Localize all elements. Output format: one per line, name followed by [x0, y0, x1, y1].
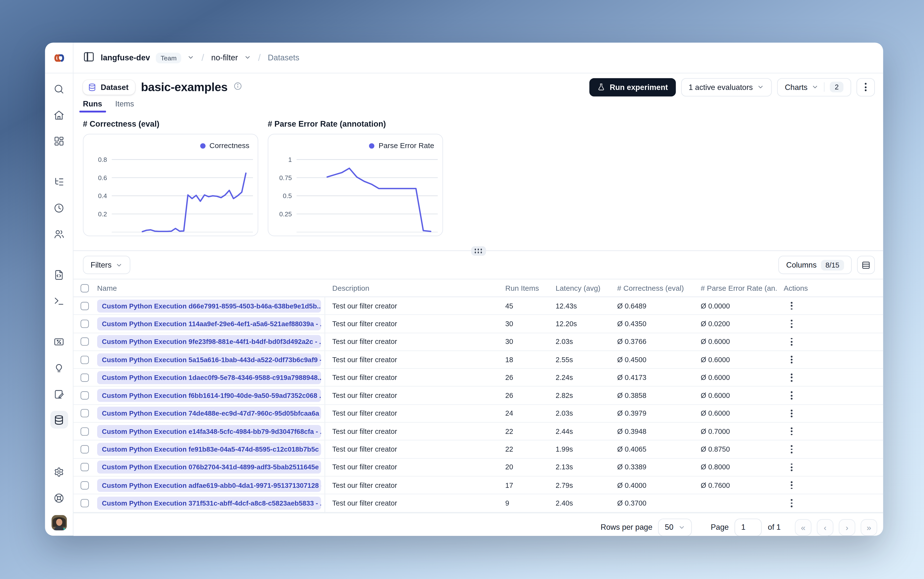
column-header-run-items[interactable]: Run Items [498, 284, 549, 292]
row-checkbox[interactable] [80, 463, 89, 471]
sidebar-item-sessions[interactable] [50, 199, 68, 217]
columns-button[interactable]: Columns 8/15 [778, 256, 852, 274]
run-latency-value: 2.03s [549, 409, 610, 418]
sidebar-item-annotation[interactable] [50, 385, 68, 402]
run-name-link[interactable]: Custom Python Execution e14fa348-5cfc-49… [97, 425, 321, 438]
row-checkbox[interactable] [80, 302, 89, 310]
page-number-input[interactable] [735, 518, 762, 536]
row-checkbox[interactable] [80, 445, 89, 454]
row-checkbox[interactable] [80, 427, 89, 436]
next-page-button[interactable]: › [839, 519, 855, 535]
active-evaluators-button[interactable]: 1 active evaluators [681, 78, 772, 96]
row-checkbox[interactable] [80, 355, 89, 364]
row-checkbox[interactable] [80, 409, 89, 418]
row-checkbox[interactable] [80, 337, 89, 346]
run-correctness-value: Ø 0.4173 [610, 373, 694, 382]
run-name-link[interactable]: Custom Python Execution 114aa9ef-29e6-4e… [97, 317, 321, 330]
row-actions-button[interactable] [791, 463, 792, 471]
run-description: Test our filter creator [325, 409, 498, 418]
rows-per-page-select[interactable]: 50 [658, 518, 692, 536]
run-name-link[interactable]: Custom Python Execution 076b2704-341d-48… [97, 461, 321, 474]
row-actions-button[interactable] [791, 338, 792, 346]
chevron-down-icon [812, 83, 819, 91]
charts-toggle-button[interactable]: Charts 2 [777, 78, 851, 96]
column-header-parse-error[interactable]: # Parse Error Rate (an... [693, 284, 777, 292]
row-actions-button[interactable] [791, 373, 792, 381]
run-name-link[interactable]: Custom Python Execution adfae619-abb0-4d… [97, 479, 321, 492]
table-row: Custom Python Execution 114aa9ef-29e6-4e… [74, 315, 883, 333]
table-row: Custom Python Execution 1daec0f9-5e78-43… [74, 369, 883, 387]
sidebar-item-tracing[interactable] [50, 173, 68, 191]
users-icon [53, 228, 65, 239]
run-name-link[interactable]: Custom Python Execution 9fe23f98-881e-44… [97, 335, 321, 348]
row-actions-button[interactable] [791, 356, 792, 364]
drag-handle[interactable] [471, 246, 486, 255]
tab-items[interactable]: Items [115, 100, 134, 113]
breadcrumb-section[interactable]: Datasets [268, 53, 299, 62]
breadcrumb-org[interactable]: langfuse-dev [101, 53, 150, 62]
panel-left-icon [83, 51, 95, 62]
row-actions-button[interactable] [791, 302, 792, 310]
run-parse-error-value: Ø 0.6000 [693, 355, 777, 364]
sidebar-item-search[interactable] [50, 80, 68, 98]
row-actions-button[interactable] [791, 499, 792, 507]
filters-button[interactable]: Filters [83, 256, 130, 274]
row-checkbox[interactable] [80, 391, 89, 400]
sidebar-item-home[interactable] [50, 106, 68, 124]
sidebar-toggle-button[interactable] [83, 51, 95, 65]
run-name-link[interactable]: Custom Python Execution fe91b83e-04a5-47… [97, 443, 321, 456]
run-latency-value: 2.55s [549, 355, 610, 364]
prev-page-button[interactable]: ‹ [817, 519, 833, 535]
row-actions-button[interactable] [791, 445, 792, 453]
kebab-icon [865, 83, 867, 91]
row-actions-button[interactable] [791, 391, 792, 399]
row-checkbox[interactable] [80, 481, 89, 489]
last-page-button[interactable]: » [861, 519, 877, 535]
column-header-name[interactable]: Name [90, 284, 325, 292]
run-name-link[interactable]: Custom Python Execution 5a15a616-1bab-44… [97, 353, 321, 366]
run-name-link[interactable]: Custom Python Execution 1daec0f9-5e78-43… [97, 371, 321, 384]
sidebar-item-evaluation[interactable] [50, 333, 68, 350]
run-name-link[interactable]: Custom Python Execution f6bb1614-1f90-40… [97, 389, 321, 402]
sidebar-item-insights[interactable] [50, 359, 68, 376]
row-actions-button[interactable] [791, 320, 792, 328]
project-switcher-chevron[interactable] [244, 52, 251, 63]
row-height-button[interactable] [857, 256, 875, 274]
column-header-actions: Actions [777, 284, 883, 292]
row-actions-button[interactable] [791, 427, 792, 435]
home-icon [53, 109, 65, 121]
pagination-bar: Rows per page 50 Page of 1 « ‹ › » [74, 512, 883, 536]
sidebar-item-dashboards[interactable] [50, 132, 68, 150]
sidebar-item-settings[interactable] [50, 463, 68, 481]
run-parse-error-value: Ø 0.7000 [693, 427, 777, 436]
tab-runs[interactable]: Runs [83, 100, 102, 113]
row-checkbox[interactable] [80, 499, 89, 507]
sidebar-item-playground[interactable] [50, 292, 68, 309]
run-name-link[interactable]: Custom Python Execution 74de488e-ec9d-47… [97, 407, 321, 420]
column-header-latency[interactable]: Latency (avg) [549, 284, 610, 292]
column-header-description[interactable]: Description [325, 284, 498, 292]
langfuse-logo[interactable] [45, 43, 73, 74]
first-page-button[interactable]: « [795, 519, 811, 535]
run-parse-error-value: Ø 0.8750 [693, 445, 777, 454]
row-checkbox[interactable] [80, 373, 89, 382]
column-header-correctness[interactable]: # Correctness (eval) [610, 284, 694, 292]
run-items-value: 26 [498, 373, 549, 382]
sidebar-item-users[interactable] [50, 225, 68, 243]
sidebar [45, 43, 74, 536]
select-all-checkbox[interactable] [80, 284, 89, 292]
user-avatar[interactable] [51, 515, 67, 530]
row-actions-button[interactable] [791, 481, 792, 489]
run-name-link[interactable]: Custom Python Execution 371f531c-abff-4d… [97, 497, 321, 510]
sidebar-item-datasets[interactable] [50, 411, 68, 429]
run-experiment-button[interactable]: Run experiment [590, 78, 675, 96]
sidebar-item-support[interactable] [50, 489, 68, 507]
org-switcher-chevron[interactable] [187, 52, 195, 63]
info-icon[interactable] [233, 81, 242, 93]
row-actions-button[interactable] [791, 409, 792, 417]
run-name-link[interactable]: Custom Python Execution d66e7991-8595-45… [97, 299, 321, 312]
dataset-menu-button[interactable] [857, 78, 875, 96]
breadcrumb-project[interactable]: no-filter [211, 53, 238, 62]
row-checkbox[interactable] [80, 319, 89, 328]
sidebar-item-prompts[interactable] [50, 266, 68, 284]
